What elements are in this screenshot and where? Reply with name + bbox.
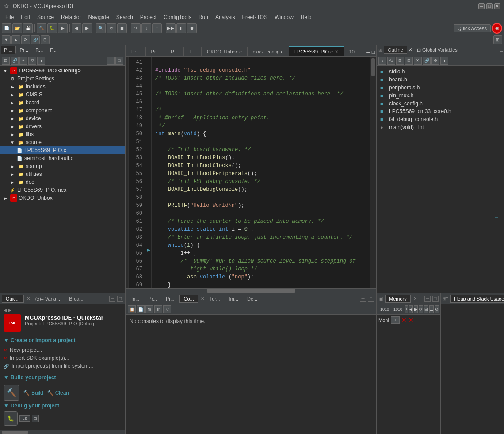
vertical-scrollbar[interactable] [370, 57, 376, 288]
tree-lpc-pio-c[interactable]: 📄 LPC55S69_PIO.c [0, 146, 125, 154]
tree-device[interactable]: ▶ 📁 device [0, 114, 125, 122]
mem-col-layout[interactable]: ⊞ [424, 305, 428, 313]
tb-save[interactable]: 💾 [23, 23, 33, 33]
tree-doc[interactable]: ▶ 📁 doc [0, 178, 125, 186]
scroll-left-icon[interactable]: ◀ [4, 308, 7, 312]
outline-settings-btn[interactable]: ⚙ [431, 57, 439, 65]
tree-board[interactable]: ▶ 📁 board [0, 99, 125, 107]
tree-utilities[interactable]: ▶ 📁 utilities [0, 170, 125, 178]
pe-menu[interactable]: ⋮ [37, 57, 45, 65]
tb-pause[interactable]: ⏸ [176, 23, 186, 33]
tb-step-out[interactable]: ↑ [152, 23, 162, 33]
memory-max-btn[interactable]: □ [432, 296, 439, 302]
menu-edit[interactable]: Edit [17, 13, 34, 21]
tab-close-icon[interactable]: ✕ [335, 49, 338, 54]
memory-close-icon[interactable]: ✕ [413, 296, 417, 301]
moni-close-btn1[interactable]: ✕ [401, 316, 407, 324]
tab-r[interactable]: R... [165, 47, 184, 56]
tb-search[interactable]: 🔍 [96, 23, 106, 33]
tree-component[interactable]: ▶ 📁 component [0, 107, 125, 114]
tb-fwd[interactable]: ▶ [82, 23, 92, 33]
scroll-right-icon[interactable]: ▶ [8, 308, 11, 312]
tab-quickstart[interactable]: Quic... [2, 295, 24, 303]
menu-search[interactable]: Search [113, 13, 137, 21]
outline-min-btn[interactable]: ─ [495, 47, 499, 53]
menu-help[interactable]: Help [297, 13, 315, 21]
tab-okdo-unbox[interactable]: OKDO_Unbox.c [202, 47, 248, 56]
outline-sort-btn[interactable]: ↕ [378, 57, 386, 65]
outline-filter-btn[interactable]: ✕ [414, 57, 422, 65]
outline-sort-alpha[interactable]: A↓ [387, 57, 395, 65]
tab-clock-config[interactable]: clock_config.c [248, 47, 289, 56]
qs-new-project[interactable]: ✕ New project... [4, 346, 122, 354]
tb-run[interactable]: ▶ [58, 23, 68, 33]
tab-outline[interactable]: Outline [384, 46, 407, 54]
tb2-expand[interactable]: ▲ [11, 35, 20, 44]
tree-project-root[interactable]: ▼ P LPC55S69_PIO <Debug> [0, 67, 125, 75]
tb-open[interactable]: 📂 [12, 23, 22, 33]
pe-link[interactable]: 🔗 [11, 57, 19, 65]
tab-image[interactable]: Im... [225, 295, 242, 302]
debug-mode-select[interactable]: LS [19, 415, 30, 422]
pe-max[interactable]: □ [115, 57, 123, 65]
tab-de[interactable]: De... [244, 295, 261, 302]
outline-lpc-cm33[interactable]: ■ LPC55S69_cm33_core0.h [378, 107, 502, 115]
outline-collapse-btn[interactable]: ⊟ [405, 57, 413, 65]
tb2-filter[interactable]: ⊡ [41, 35, 50, 44]
tree-project-settings[interactable]: ⚙ Project Settings [0, 75, 125, 83]
tb-resume[interactable]: ▶▶ [166, 23, 176, 33]
menu-run[interactable]: Run [195, 13, 212, 21]
editor-max-btn[interactable]: □ [372, 49, 375, 55]
outline-pin-mux-h[interactable]: ■ pin_mux.h [378, 91, 502, 99]
outline-peripherals-h[interactable]: ■ peripherals.h [378, 84, 502, 91]
tree-source[interactable]: ▼ 📂 source [0, 138, 125, 146]
pe-filter[interactable]: ▽ [28, 57, 36, 65]
menu-source[interactable]: Source [34, 13, 57, 21]
mem-row-layout[interactable]: ☰ [429, 305, 434, 313]
console-paste-btn[interactable]: 📄 [137, 305, 145, 313]
quickstart-close-icon[interactable]: ✕ [27, 296, 30, 301]
outline-close-icon[interactable]: ✕ [408, 47, 412, 53]
tab-pr1[interactable]: Pr... [126, 47, 146, 56]
hscroll-thumb[interactable] [2, 431, 28, 434]
moni-close-btn2[interactable]: ✕ [409, 316, 414, 324]
menu-project[interactable]: Project [137, 13, 160, 21]
tree-drivers[interactable]: ▶ 📁 drivers [0, 122, 125, 130]
tree-includes[interactable]: ▶ 📁 Includes [0, 83, 125, 91]
tree-libs[interactable]: ▶ 📁 libs [0, 130, 125, 138]
mem-refresh[interactable]: ⟳ [419, 305, 423, 313]
outline-clock-config-h[interactable]: ■ clock_config.h [378, 99, 502, 107]
debug-button[interactable]: 🐛 [4, 411, 18, 426]
tab-pr2[interactable]: Pr... [17, 46, 32, 54]
tab-memory[interactable]: Memory [385, 295, 411, 303]
tab-f[interactable]: F... [47, 46, 60, 54]
tab-breakpoints[interactable]: Brea... [65, 295, 87, 302]
tb2-refresh[interactable]: ⟳ [21, 35, 30, 44]
close-button[interactable]: ✕ [494, 3, 500, 9]
quickstart-max-btn[interactable]: □ [117, 296, 123, 302]
tab-lpc55-pio[interactable]: LPC55S69_PIO.c ✕ [289, 46, 344, 56]
outline-link-btn[interactable]: 🔗 [423, 57, 431, 65]
outline-expand-btn[interactable]: ⊞ [396, 57, 404, 65]
tb-step-over[interactable]: ↷ [131, 23, 141, 33]
console-copy-btn[interactable]: 📋 [128, 305, 136, 313]
tb-new[interactable]: 📄 [2, 23, 11, 33]
tab-terminal[interactable]: Ter... [206, 295, 224, 302]
outline-max-btn[interactable]: □ [500, 47, 503, 53]
menu-window[interactable]: Window [271, 13, 297, 21]
moni-add-btn[interactable]: + [391, 316, 400, 324]
mem-new-tab[interactable]: + [405, 305, 408, 313]
mem-next[interactable]: ▶ [414, 305, 418, 313]
outline-fsl-debug[interactable]: ■ fsl_debug_console.h [378, 115, 502, 123]
tab-r[interactable]: R... [32, 46, 46, 54]
tb-ref[interactable]: ⟳ [107, 23, 116, 33]
tree-okdo-project[interactable]: ▶ P OKDO_Unbox [0, 194, 125, 202]
h-scrollbar-thumb[interactable] [207, 289, 295, 293]
outline-main-fn[interactable]: ● main(void) : int [378, 123, 502, 131]
mem-prev[interactable]: ◀ [409, 305, 413, 313]
tree-cmsis[interactable]: ▶ 📁 CMSIS [0, 91, 125, 99]
tab-pr4[interactable]: Pr... [162, 295, 178, 302]
tree-semihost-c[interactable]: 📄 semihost_hardfault.c [0, 154, 125, 162]
menu-configtools[interactable]: ConfigTools [160, 13, 195, 21]
menu-freertos[interactable]: FreeRTOS [239, 13, 271, 21]
